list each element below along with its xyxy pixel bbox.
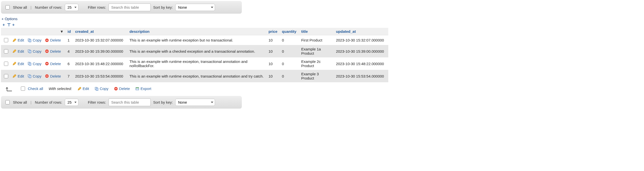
col-created-at[interactable]: created_at [73,28,128,35]
col-quantity[interactable]: quantity [280,28,300,35]
copy-button[interactable]: Copy [28,74,42,78]
edit-label: Edit [18,74,24,78]
svg-rect-9 [29,63,31,65]
copy-icon [94,87,98,91]
delete-label: Delete [50,38,61,42]
move-right-icon[interactable] [12,23,16,27]
sort-select-top[interactable]: None [175,4,215,11]
filter-input-top[interactable] [108,4,151,11]
sort-select-bottom[interactable]: None [175,99,215,106]
edit-button[interactable]: Edit [12,74,24,78]
row-checkbox[interactable] [4,62,8,66]
bulk-copy-button[interactable]: Copy [94,86,108,91]
svg-rect-21 [136,87,139,88]
actions-header: ▼ [1,28,66,35]
options-toggle[interactable]: + Options [2,17,18,21]
cell-description: This is an example with runtime exceptio… [127,70,266,82]
sort-indicator-icon[interactable]: ▼ [60,29,64,34]
copy-label: Copy [33,38,42,42]
row-checkbox[interactable] [4,74,8,78]
delete-label: Delete [50,49,61,53]
rows-label: Number of rows: [35,5,62,10]
svg-rect-15 [46,76,48,76]
cell-quantity: 0 [280,57,300,70]
copy-icon [28,49,32,53]
svg-rect-17 [96,88,98,90]
row-checkbox[interactable] [4,38,8,42]
table-row: EditCopyDelete62023-10-30 15:48:22.00000… [1,57,388,70]
svg-rect-11 [46,63,48,64]
check-all-link[interactable]: Check all [28,86,43,91]
cell-created-at: 2023-10-30 15:48:22.000000 [73,57,128,70]
col-price[interactable]: price [266,28,280,35]
export-icon [135,87,139,91]
pencil-icon [78,87,82,91]
row-checkbox[interactable] [4,49,8,53]
cell-title: Example 1a Product [299,45,334,57]
svg-rect-3 [46,40,48,41]
t-icon[interactable] [7,23,11,27]
move-left-icon[interactable] [2,23,6,27]
cell-updated-at: 2023-10-30 15:53:54.000000 [334,70,388,82]
delete-icon [45,49,49,53]
col-title[interactable]: title [299,28,334,35]
copy-icon [28,38,32,42]
edit-label: Edit [18,38,24,42]
filter-label: Filter rows: [88,5,106,10]
pencil-icon [12,74,16,78]
cell-quantity: 0 [280,45,300,57]
delete-icon [45,62,49,66]
column-tools [1,22,643,28]
copy-button[interactable]: Copy [28,38,42,42]
separator: | [30,5,32,10]
bulk-actions-bar: Check all With selected: Edit Copy Delet… [1,82,643,96]
copy-button[interactable]: Copy [28,49,42,53]
bulk-edit-button[interactable]: Edit [78,86,89,91]
cell-quantity: 0 [280,35,300,45]
cell-description: This is an example with runtime exceptio… [127,57,266,70]
cell-price: 10 [266,45,280,57]
col-description[interactable]: description [127,28,266,35]
filter-input-bottom[interactable] [108,98,151,106]
table-header-row: ▼ id created_at description price quanti… [1,28,388,35]
delete-icon [114,87,118,91]
bulk-delete-button[interactable]: Delete [114,86,130,91]
copy-label: Copy [33,74,42,78]
show-all-label: Show all [13,5,27,10]
bottom-toolbar: Show all | Number of rows: 25 Filter row… [1,96,242,109]
pencil-icon [12,38,16,42]
table-row: EditCopyDelete72023-10-30 15:53:54.00000… [1,70,388,82]
delete-button[interactable]: Delete [45,62,61,66]
cell-quantity: 0 [280,70,300,82]
cell-price: 10 [266,70,280,82]
copy-label: Copy [33,62,42,66]
delete-button[interactable]: Delete [45,38,61,42]
rows-select-top[interactable]: 25 [65,4,78,11]
cell-created-at: 2023-10-30 15:39:00.000000 [73,45,128,57]
show-all-checkbox-bottom[interactable] [6,100,10,104]
delete-button[interactable]: Delete [45,49,61,53]
delete-icon [45,74,49,78]
delete-button[interactable]: Delete [45,74,61,78]
cell-id: 7 [66,70,73,82]
copy-icon [28,74,32,78]
cell-id: 6 [66,57,73,70]
rows-select-bottom[interactable]: 25 [65,99,78,106]
top-toolbar: Show all | Number of rows: 25 Filter row… [1,1,242,14]
col-updated-at[interactable]: updated_at [334,28,388,35]
filter-label-bottom: Filter rows: [88,100,106,104]
bulk-export-button[interactable]: Export [135,86,151,91]
check-all-checkbox[interactable] [21,86,25,91]
edit-button[interactable]: Edit [12,38,24,42]
col-id[interactable]: id [66,28,73,35]
svg-rect-13 [29,75,31,78]
cell-price: 10 [266,35,280,45]
show-all-checkbox-top[interactable] [6,5,10,10]
bulk-delete-label: Delete [119,86,130,91]
copy-button[interactable]: Copy [28,62,42,66]
select-arrow-icon [6,86,14,91]
edit-button[interactable]: Edit [12,62,24,66]
cell-updated-at: 2023-10-30 15:32:07.000000 [334,35,388,45]
edit-label: Edit [18,62,24,66]
edit-button[interactable]: Edit [12,49,24,53]
